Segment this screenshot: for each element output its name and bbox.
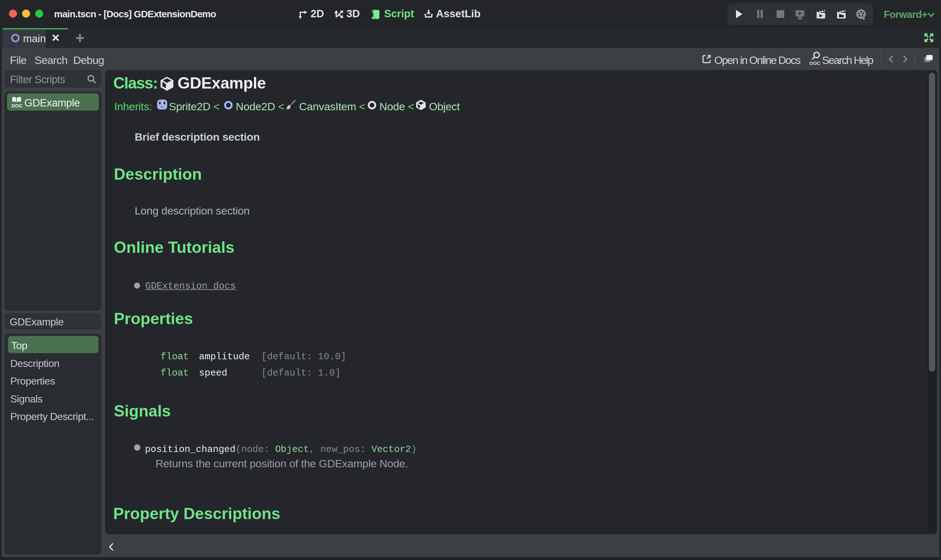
- svg-text:DOC: DOC: [810, 60, 821, 66]
- svg-text:DOC: DOC: [11, 103, 23, 108]
